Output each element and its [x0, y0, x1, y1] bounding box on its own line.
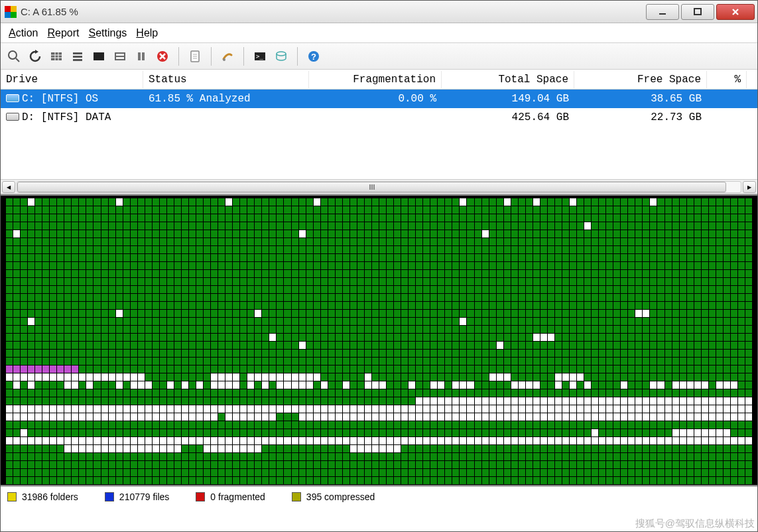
col-total-header[interactable]: Total Space	[442, 71, 574, 88]
cluster-cell	[394, 477, 401, 484]
maximize-button[interactable]	[681, 4, 714, 20]
cluster-cell	[672, 477, 679, 484]
cluster-cell	[50, 477, 56, 484]
menu-action[interactable]: Action	[9, 27, 38, 39]
cluster-cell	[628, 429, 635, 436]
cluster-cell	[328, 437, 335, 444]
cluster-cell	[401, 230, 408, 237]
terminal-icon[interactable]: >_	[251, 47, 269, 66]
cluster-cell	[211, 381, 218, 389]
cluster-cell	[445, 350, 452, 357]
cluster-cell	[709, 381, 716, 389]
menu-settings[interactable]: Settings	[89, 27, 127, 39]
cluster-cell	[123, 366, 130, 373]
cluster-cell	[672, 326, 679, 333]
cluster-cell	[94, 286, 100, 293]
scroll-left-arrow-icon[interactable]: ◂	[2, 181, 15, 193]
analyze-icon[interactable]	[5, 47, 23, 66]
minimize-button[interactable]	[646, 4, 679, 20]
cluster-cell	[592, 389, 598, 397]
pause-icon[interactable]	[132, 47, 151, 66]
cluster-cell	[72, 445, 78, 452]
cluster-cell	[438, 469, 444, 476]
cluster-cell	[160, 318, 166, 325]
cluster-cell	[182, 445, 188, 452]
cluster-cell	[592, 437, 598, 444]
cluster-cell	[467, 373, 474, 381]
help-icon[interactable]: ?	[304, 47, 323, 66]
col-drive-header[interactable]: Drive	[1, 71, 143, 88]
cluster-cell	[64, 342, 71, 349]
cluster-cell	[599, 262, 605, 269]
cluster-cell	[109, 318, 115, 325]
cluster-cell	[467, 198, 474, 206]
cluster-cell	[475, 206, 481, 214]
cluster-cell	[299, 246, 306, 253]
col-free-header[interactable]: Free Space	[574, 71, 707, 88]
cluster-cell	[218, 421, 225, 429]
refresh-icon[interactable]	[26, 47, 44, 66]
scroll-track[interactable]	[17, 181, 741, 193]
cluster-cell	[42, 198, 49, 206]
cluster-cell	[621, 445, 627, 452]
cluster-cell	[86, 397, 93, 405]
filter-icon[interactable]	[111, 47, 129, 66]
menu-help[interactable]: Help	[136, 27, 158, 39]
cluster-cell	[702, 334, 708, 341]
cluster-cell	[394, 222, 401, 230]
drive-row[interactable]: C: [NTFS] OS61.85 % Analyzed0.00 %149.04…	[1, 90, 757, 108]
drive-row[interactable]: D: [NTFS] DATA425.64 GB22.73 GB	[1, 108, 757, 127]
cluster-cell	[189, 318, 196, 325]
stop-icon[interactable]	[153, 47, 172, 66]
cluster-cell	[416, 381, 422, 389]
grid-icon[interactable]	[47, 47, 66, 66]
cluster-cell	[526, 373, 533, 381]
cluster-cell	[6, 214, 13, 222]
cluster-cell	[599, 373, 605, 381]
cluster-cell	[262, 437, 269, 444]
cluster-cell	[299, 445, 306, 452]
cluster-cell	[365, 326, 371, 333]
cluster-cell	[225, 206, 232, 214]
cluster-cell	[284, 421, 290, 429]
cluster-cell	[497, 405, 503, 413]
cluster-cell	[650, 294, 657, 301]
cluster-cell	[438, 214, 444, 222]
cluster-cell	[475, 366, 481, 373]
cluster-cell	[452, 366, 459, 373]
cluster-cell	[533, 294, 540, 301]
cluster-cell	[745, 413, 752, 421]
col-frag-header[interactable]: Fragmentation	[309, 71, 442, 88]
col-pct-header[interactable]: %	[707, 71, 747, 88]
cluster-cell	[211, 214, 218, 222]
cluster-cell	[562, 326, 569, 333]
options-icon[interactable]	[218, 47, 237, 66]
cluster-cell	[738, 270, 745, 277]
titlebar: C: A 61.85 %	[1, 1, 757, 23]
cluster-cell	[394, 381, 401, 389]
cluster-cell	[233, 310, 239, 317]
cluster-cell	[555, 366, 562, 373]
defrag-icon[interactable]	[272, 47, 290, 66]
report-icon[interactable]	[186, 47, 204, 66]
cluster-cell	[21, 310, 27, 317]
cluster-cell	[182, 246, 188, 253]
menu-report[interactable]: Report	[47, 27, 79, 39]
cluster-cell	[350, 461, 357, 468]
close-button[interactable]	[716, 4, 755, 20]
scroll-right-arrow-icon[interactable]: ▸	[743, 181, 756, 193]
list-icon[interactable]	[68, 47, 87, 66]
cluster-cell	[672, 421, 679, 429]
col-status-header[interactable]: Status	[143, 71, 309, 88]
cluster-cell	[196, 453, 203, 460]
svg-point-2	[9, 51, 17, 59]
cluster-cell	[621, 453, 627, 460]
cluster-cell	[123, 429, 130, 436]
cluster-cell	[321, 477, 328, 484]
cluster-cell	[167, 262, 174, 269]
cluster-cell	[138, 326, 145, 333]
drive-list-hscroll[interactable]: ◂ ▸	[1, 179, 757, 194]
blank-panel-icon[interactable]	[90, 47, 108, 66]
scroll-thumb[interactable]	[17, 182, 726, 192]
cluster-cell	[109, 326, 115, 333]
